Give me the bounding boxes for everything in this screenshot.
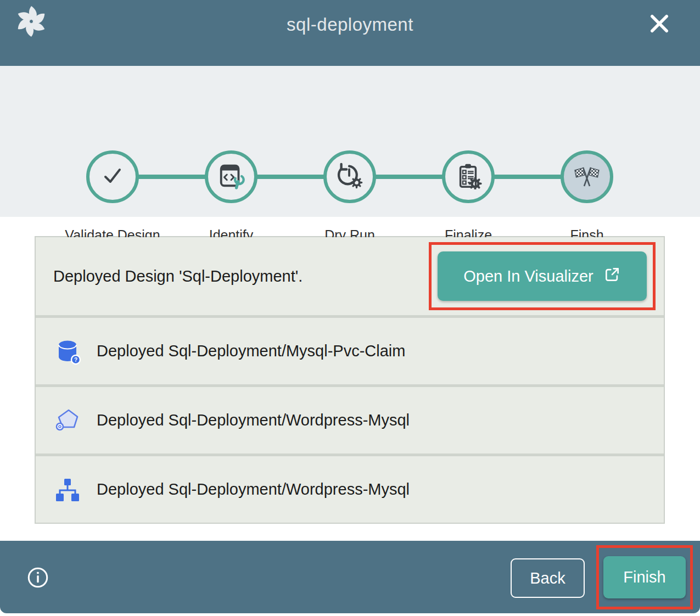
open-in-visualizer-button[interactable]: Open In Visualizer (438, 251, 647, 301)
pvc-database-icon: ? (53, 337, 82, 366)
service-pentagon-icon (53, 406, 82, 435)
finish-button[interactable]: Finish (603, 556, 686, 598)
result-row-text: Deployed Sql-Deployment/Wordpress-Mysql (97, 411, 410, 429)
close-icon (646, 30, 673, 38)
info-button[interactable] (26, 566, 49, 589)
external-link-icon (603, 266, 621, 287)
step-validate-design (86, 150, 139, 203)
modal-footer: Back Finish (0, 541, 700, 613)
result-row-text: Deployed Sql-Deployment/Mysql-Pvc-Claim (97, 342, 405, 360)
result-row-service: Deployed Sql-Deployment/Wordpress-Mysql (36, 387, 664, 453)
deployment-tree-icon (53, 475, 82, 504)
results-section: Deployed Design 'Sql-Deployment'. Open I… (0, 217, 700, 541)
deployed-design-text: Deployed Design 'Sql-Deployment'. (36, 267, 303, 285)
close-button[interactable] (645, 10, 674, 38)
highlight-box-open-in-visualizer: Open In Visualizer (429, 242, 656, 310)
result-row-text: Deployed Sql-Deployment/Wordpress-Mysql (97, 480, 410, 499)
deployment-results-list: Deployed Design 'Sql-Deployment'. Open I… (35, 236, 665, 524)
finish-flags-icon (572, 160, 602, 193)
step-dry-run (323, 150, 376, 203)
open-in-visualizer-label: Open In Visualizer (463, 267, 593, 285)
deployed-design-row: Deployed Design 'Sql-Deployment'. Open I… (36, 237, 664, 315)
wizard-stepper: Validate Design Identify Environments Dr… (0, 66, 700, 217)
step-identify-environments (205, 150, 257, 203)
deployment-wizard-modal: sql-deployment (0, 0, 700, 616)
checklist-gear-icon (455, 162, 482, 192)
result-row-deployment: Deployed Sql-Deployment/Wordpress-Mysql (36, 456, 664, 523)
code-wrench-icon (217, 162, 245, 192)
result-row-pvc: ? Deployed Sql-Deployment/Mysql-Pvc-Clai… (36, 318, 664, 384)
modal-header: sql-deployment (0, 0, 700, 66)
back-button[interactable]: Back (511, 558, 585, 598)
page-title: sql-deployment (0, 14, 700, 35)
step-finish (561, 150, 613, 203)
info-icon (26, 583, 49, 591)
check-icon (99, 163, 126, 191)
step-finalize-deployment (442, 150, 495, 203)
svg-text:?: ? (74, 357, 77, 363)
history-gear-icon (336, 162, 363, 192)
highlight-box-finish: Finish (596, 545, 693, 609)
